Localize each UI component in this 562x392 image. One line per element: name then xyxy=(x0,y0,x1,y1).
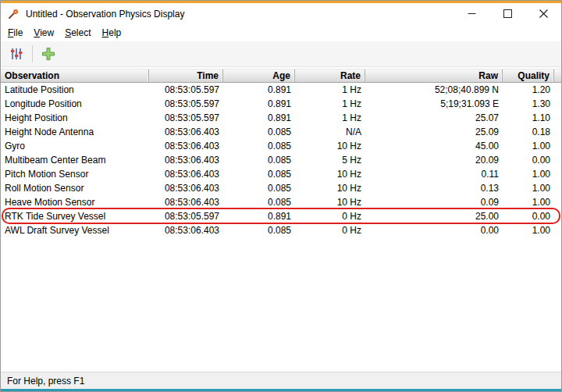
cell-time: 08:53:05.597 xyxy=(149,209,223,223)
cell-raw: 0.00 xyxy=(365,223,503,237)
cell-age: 0.891 xyxy=(223,209,295,223)
cell-raw: 45.00 xyxy=(365,139,503,153)
cell-quality: 1.00 xyxy=(503,223,554,237)
cell-observation: Longitude Position xyxy=(1,97,149,111)
cell-raw: 25.09 xyxy=(365,125,503,139)
green-plus-icon xyxy=(41,46,56,62)
column-header-observation[interactable]: Observation xyxy=(1,69,149,82)
column-header-time[interactable]: Time xyxy=(149,69,223,82)
column-header-filler xyxy=(554,69,561,82)
cell-raw: 52;08;40.899 N xyxy=(365,83,503,97)
cell-quality: 1.30 xyxy=(503,97,554,111)
cell-observation: Heave Motion Sensor xyxy=(1,195,149,209)
cell-quality: 1.00 xyxy=(503,167,554,181)
cell-time: 08:53:06.403 xyxy=(149,167,223,181)
cell-rate: 10 Hz xyxy=(295,139,365,153)
cell-filler xyxy=(554,195,561,209)
column-header-rate[interactable]: Rate xyxy=(295,69,365,82)
cell-time: 08:53:05.597 xyxy=(149,83,223,97)
cell-age: 0.085 xyxy=(223,181,295,195)
cell-raw: 0.11 xyxy=(365,167,503,181)
cell-filler xyxy=(554,167,561,181)
close-button[interactable] xyxy=(525,3,561,24)
table-row[interactable]: Pitch Motion Sensor08:53:06.4030.08510 H… xyxy=(1,167,561,181)
menu-help[interactable]: Help xyxy=(97,25,127,41)
maximize-button[interactable] xyxy=(489,3,525,24)
observation-settings-button[interactable] xyxy=(5,44,27,64)
cell-time: 08:53:05.597 xyxy=(149,97,223,111)
status-bar: For Help, press F1 xyxy=(1,372,561,389)
table-row[interactable]: RTK Tide Survey Vessel08:53:05.5970.8910… xyxy=(1,209,561,223)
cell-time: 08:53:06.403 xyxy=(149,181,223,195)
cell-rate: 0 Hz xyxy=(295,209,365,223)
cell-rate: 1 Hz xyxy=(295,97,365,111)
cell-time: 08:53:06.403 xyxy=(149,153,223,167)
cell-filler xyxy=(554,223,561,237)
cell-quality: 1.10 xyxy=(503,111,554,125)
cell-raw: 20.09 xyxy=(365,153,503,167)
app-icon[interactable] xyxy=(7,8,20,20)
table-row[interactable]: Latitude Position08:53:05.5970.8911 Hz52… xyxy=(1,83,561,97)
menu-view[interactable]: View xyxy=(28,25,59,41)
cell-time: 08:53:06.403 xyxy=(149,139,223,153)
cell-rate: 10 Hz xyxy=(295,195,365,209)
column-header-quality[interactable]: Quality xyxy=(503,69,554,82)
column-header-age[interactable]: Age xyxy=(223,69,295,82)
cell-time: 08:53:05.597 xyxy=(149,111,223,125)
table-row[interactable]: Heave Motion Sensor08:53:06.4030.08510 H… xyxy=(1,195,561,209)
toolbar-separator xyxy=(32,45,33,62)
cell-raw: 0.09 xyxy=(365,195,503,209)
column-header-raw[interactable]: Raw xyxy=(365,69,503,82)
cell-raw: 0.13 xyxy=(365,181,503,195)
cell-rate: 5 Hz xyxy=(295,153,365,167)
cell-quality: 1.00 xyxy=(503,181,554,195)
table-row[interactable]: Height Position08:53:05.5970.8911 Hz25.0… xyxy=(1,111,561,125)
cell-raw: 25.07 xyxy=(365,111,503,125)
cell-rate: 1 Hz xyxy=(295,111,365,125)
observation-table: Observation Time Age Rate Raw Quality La… xyxy=(1,69,561,372)
cell-age: 0.891 xyxy=(223,97,295,111)
cell-quality: 0.18 xyxy=(503,125,554,139)
cell-rate: 10 Hz xyxy=(295,167,365,181)
cell-rate: 0 Hz xyxy=(295,223,365,237)
title-bar: Untitled - Observation Physics Display xyxy=(1,3,561,24)
cell-observation: Height Node Antenna xyxy=(1,125,149,139)
cell-filler xyxy=(554,209,561,223)
cell-observation: Multibeam Center Beam xyxy=(1,153,149,167)
minimize-button[interactable] xyxy=(454,3,489,24)
window-controls xyxy=(454,3,561,24)
table-row[interactable]: Longitude Position08:53:05.5970.8911 Hz5… xyxy=(1,97,561,111)
menu-file[interactable]: File xyxy=(2,25,28,41)
bottom-accent xyxy=(1,389,561,391)
cell-observation: Gyro xyxy=(1,139,149,153)
cell-age: 0.085 xyxy=(223,139,295,153)
cell-filler xyxy=(554,125,561,139)
cell-filler xyxy=(554,97,561,111)
cell-observation: Pitch Motion Sensor xyxy=(1,167,149,181)
sliders-icon xyxy=(9,46,24,62)
table-row[interactable]: Multibeam Center Beam08:53:06.4030.0855 … xyxy=(1,153,561,167)
table-row[interactable]: AWL Draft Survey Vessel08:53:06.4030.085… xyxy=(1,223,561,237)
cell-filler xyxy=(554,139,561,153)
cell-rate: 1 Hz xyxy=(295,83,365,97)
cell-age: 0.891 xyxy=(223,83,295,97)
table-row[interactable]: Gyro08:53:06.4030.08510 Hz45.001.00 xyxy=(1,139,561,153)
cell-age: 0.085 xyxy=(223,195,295,209)
cell-age: 0.085 xyxy=(223,125,295,139)
cell-quality: 0.00 xyxy=(503,209,554,223)
add-observation-button[interactable] xyxy=(37,44,59,64)
table-row[interactable]: Height Node Antenna08:53:06.4030.085N/A2… xyxy=(1,125,561,139)
toolbar xyxy=(1,41,561,67)
cell-filler xyxy=(554,181,561,195)
table-header: Observation Time Age Rate Raw Quality xyxy=(1,69,561,83)
cell-rate: 10 Hz xyxy=(295,181,365,195)
cell-quality: 1.00 xyxy=(503,139,554,153)
cell-quality: 1.20 xyxy=(503,83,554,97)
status-text: For Help, press F1 xyxy=(7,376,84,387)
cell-time: 08:53:06.403 xyxy=(149,223,223,237)
menu-select[interactable]: Select xyxy=(59,25,96,41)
cell-age: 0.085 xyxy=(223,223,295,237)
cell-raw: 25.00 xyxy=(365,209,503,223)
cell-time: 08:53:06.403 xyxy=(149,125,223,139)
table-row[interactable]: Roll Motion Sensor08:53:06.4030.08510 Hz… xyxy=(1,181,561,195)
